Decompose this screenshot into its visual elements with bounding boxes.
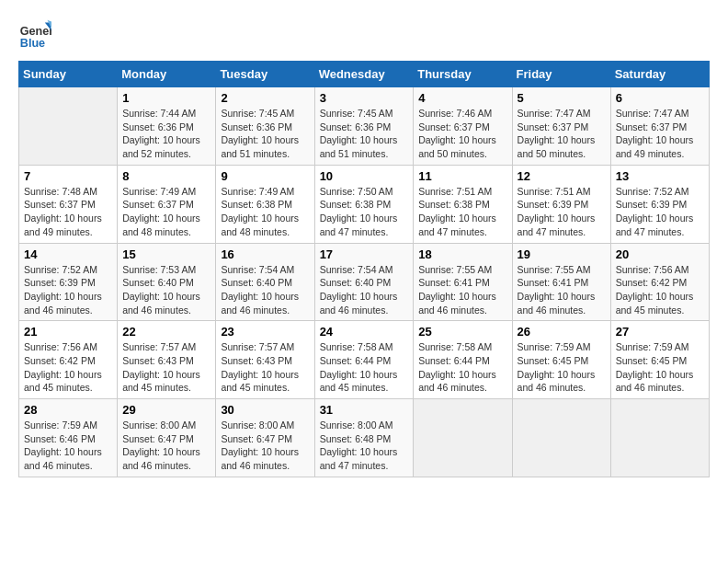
calendar-cell: 6 Sunrise: 7:47 AM Sunset: 6:37 PM Dayli… bbox=[610, 87, 709, 166]
calendar-week-row: 1 Sunrise: 7:44 AM Sunset: 6:36 PM Dayli… bbox=[19, 87, 710, 166]
calendar-cell: 12 Sunrise: 7:51 AM Sunset: 6:39 PM Dayl… bbox=[512, 165, 610, 243]
calendar-cell: 19 Sunrise: 7:55 AM Sunset: 6:41 PM Dayl… bbox=[512, 243, 610, 321]
day-info: Sunrise: 7:54 AM Sunset: 6:40 PM Dayligh… bbox=[221, 263, 309, 317]
day-info: Sunrise: 7:51 AM Sunset: 6:39 PM Dayligh… bbox=[518, 185, 606, 239]
svg-text:Blue: Blue bbox=[20, 37, 45, 50]
day-number: 6 bbox=[616, 91, 704, 105]
day-number: 27 bbox=[616, 325, 704, 339]
day-number: 13 bbox=[616, 169, 704, 183]
day-info: Sunrise: 7:44 AM Sunset: 6:36 PM Dayligh… bbox=[122, 107, 210, 161]
calendar-cell: 2 Sunrise: 7:45 AM Sunset: 6:36 PM Dayli… bbox=[216, 87, 314, 166]
day-info: Sunrise: 7:56 AM Sunset: 6:42 PM Dayligh… bbox=[24, 340, 112, 395]
day-number: 8 bbox=[122, 169, 210, 183]
day-info: Sunrise: 7:46 AM Sunset: 6:37 PM Dayligh… bbox=[418, 107, 506, 161]
day-number: 10 bbox=[320, 169, 409, 183]
calendar-cell: 24 Sunrise: 7:58 AM Sunset: 6:44 PM Dayl… bbox=[314, 321, 414, 399]
calendar-cell: 26 Sunrise: 7:59 AM Sunset: 6:45 PM Dayl… bbox=[512, 321, 610, 399]
day-number: 14 bbox=[24, 247, 112, 261]
day-info: Sunrise: 7:49 AM Sunset: 6:37 PM Dayligh… bbox=[122, 185, 210, 239]
day-info: Sunrise: 7:57 AM Sunset: 6:43 PM Dayligh… bbox=[221, 340, 309, 395]
day-info: Sunrise: 7:53 AM Sunset: 6:40 PM Dayligh… bbox=[122, 263, 210, 317]
calendar-cell bbox=[414, 399, 512, 477]
calendar-cell: 28 Sunrise: 7:59 AM Sunset: 6:46 PM Dayl… bbox=[19, 399, 118, 477]
calendar-cell: 25 Sunrise: 7:58 AM Sunset: 6:44 PM Dayl… bbox=[414, 321, 512, 399]
day-info: Sunrise: 7:56 AM Sunset: 6:42 PM Dayligh… bbox=[616, 263, 704, 317]
weekday-header: Monday bbox=[118, 62, 216, 87]
page-header: General Blue bbox=[18, 18, 710, 52]
day-info: Sunrise: 7:50 AM Sunset: 6:38 PM Dayligh… bbox=[320, 185, 409, 239]
day-number: 5 bbox=[518, 91, 606, 105]
day-number: 12 bbox=[518, 169, 606, 183]
calendar-table: SundayMondayTuesdayWednesdayThursdayFrid… bbox=[18, 61, 710, 477]
weekday-header-row: SundayMondayTuesdayWednesdayThursdayFrid… bbox=[19, 62, 710, 87]
day-info: Sunrise: 7:52 AM Sunset: 6:39 PM Dayligh… bbox=[616, 185, 704, 239]
calendar-cell: 21 Sunrise: 7:56 AM Sunset: 6:42 PM Dayl… bbox=[19, 321, 118, 399]
day-info: Sunrise: 7:52 AM Sunset: 6:39 PM Dayligh… bbox=[24, 263, 112, 317]
calendar-cell: 9 Sunrise: 7:49 AM Sunset: 6:38 PM Dayli… bbox=[216, 165, 314, 243]
day-number: 17 bbox=[320, 247, 409, 261]
day-info: Sunrise: 7:49 AM Sunset: 6:38 PM Dayligh… bbox=[221, 185, 309, 239]
calendar-cell bbox=[610, 399, 709, 477]
day-info: Sunrise: 7:59 AM Sunset: 6:45 PM Dayligh… bbox=[616, 340, 704, 395]
day-info: Sunrise: 7:54 AM Sunset: 6:40 PM Dayligh… bbox=[320, 263, 409, 317]
day-number: 7 bbox=[24, 169, 112, 183]
day-number: 19 bbox=[518, 247, 606, 261]
calendar-cell: 23 Sunrise: 7:57 AM Sunset: 6:43 PM Dayl… bbox=[216, 321, 314, 399]
calendar-cell: 18 Sunrise: 7:55 AM Sunset: 6:41 PM Dayl… bbox=[414, 243, 512, 321]
day-number: 1 bbox=[122, 91, 210, 105]
day-info: Sunrise: 7:55 AM Sunset: 6:41 PM Dayligh… bbox=[518, 263, 606, 317]
calendar-cell bbox=[19, 87, 118, 166]
day-number: 9 bbox=[221, 169, 309, 183]
calendar-cell: 31 Sunrise: 8:00 AM Sunset: 6:48 PM Dayl… bbox=[314, 399, 414, 477]
day-number: 21 bbox=[24, 325, 112, 339]
day-info: Sunrise: 7:45 AM Sunset: 6:36 PM Dayligh… bbox=[320, 107, 409, 161]
calendar-cell: 4 Sunrise: 7:46 AM Sunset: 6:37 PM Dayli… bbox=[414, 87, 512, 166]
calendar-cell: 29 Sunrise: 8:00 AM Sunset: 6:47 PM Dayl… bbox=[118, 399, 216, 477]
weekday-header: Tuesday bbox=[216, 62, 314, 87]
day-info: Sunrise: 7:59 AM Sunset: 6:46 PM Dayligh… bbox=[24, 419, 112, 473]
day-info: Sunrise: 7:58 AM Sunset: 6:44 PM Dayligh… bbox=[320, 340, 409, 395]
day-info: Sunrise: 7:47 AM Sunset: 6:37 PM Dayligh… bbox=[616, 107, 704, 161]
weekday-header: Friday bbox=[512, 62, 610, 87]
day-info: Sunrise: 7:51 AM Sunset: 6:38 PM Dayligh… bbox=[418, 185, 506, 239]
day-info: Sunrise: 8:00 AM Sunset: 6:47 PM Dayligh… bbox=[221, 419, 309, 473]
calendar-cell: 15 Sunrise: 7:53 AM Sunset: 6:40 PM Dayl… bbox=[118, 243, 216, 321]
calendar-week-row: 7 Sunrise: 7:48 AM Sunset: 6:37 PM Dayli… bbox=[19, 165, 710, 243]
day-info: Sunrise: 7:57 AM Sunset: 6:43 PM Dayligh… bbox=[122, 340, 210, 395]
day-number: 26 bbox=[518, 325, 606, 339]
day-number: 4 bbox=[418, 91, 506, 105]
weekday-header: Thursday bbox=[414, 62, 512, 87]
day-info: Sunrise: 8:00 AM Sunset: 6:47 PM Dayligh… bbox=[122, 419, 210, 473]
weekday-header: Sunday bbox=[19, 62, 118, 87]
day-info: Sunrise: 7:45 AM Sunset: 6:36 PM Dayligh… bbox=[221, 107, 309, 161]
day-number: 15 bbox=[122, 247, 210, 261]
calendar-cell: 5 Sunrise: 7:47 AM Sunset: 6:37 PM Dayli… bbox=[512, 87, 610, 166]
day-info: Sunrise: 8:00 AM Sunset: 6:48 PM Dayligh… bbox=[320, 419, 409, 473]
day-number: 20 bbox=[616, 247, 704, 261]
calendar-cell: 1 Sunrise: 7:44 AM Sunset: 6:36 PM Dayli… bbox=[118, 87, 216, 166]
calendar-week-row: 21 Sunrise: 7:56 AM Sunset: 6:42 PM Dayl… bbox=[19, 321, 710, 399]
calendar-cell: 7 Sunrise: 7:48 AM Sunset: 6:37 PM Dayli… bbox=[19, 165, 118, 243]
calendar-cell: 3 Sunrise: 7:45 AM Sunset: 6:36 PM Dayli… bbox=[314, 87, 414, 166]
weekday-header: Wednesday bbox=[314, 62, 414, 87]
day-number: 11 bbox=[418, 169, 506, 183]
day-number: 24 bbox=[320, 325, 409, 339]
calendar-cell: 17 Sunrise: 7:54 AM Sunset: 6:40 PM Dayl… bbox=[314, 243, 414, 321]
day-number: 25 bbox=[418, 325, 506, 339]
calendar-cell: 14 Sunrise: 7:52 AM Sunset: 6:39 PM Dayl… bbox=[19, 243, 118, 321]
calendar-cell: 8 Sunrise: 7:49 AM Sunset: 6:37 PM Dayli… bbox=[118, 165, 216, 243]
calendar-cell: 27 Sunrise: 7:59 AM Sunset: 6:45 PM Dayl… bbox=[610, 321, 709, 399]
calendar-cell: 20 Sunrise: 7:56 AM Sunset: 6:42 PM Dayl… bbox=[610, 243, 709, 321]
day-number: 2 bbox=[221, 91, 309, 105]
day-info: Sunrise: 7:55 AM Sunset: 6:41 PM Dayligh… bbox=[418, 263, 506, 317]
day-info: Sunrise: 7:59 AM Sunset: 6:45 PM Dayligh… bbox=[518, 340, 606, 395]
day-number: 28 bbox=[24, 403, 112, 417]
day-number: 3 bbox=[320, 91, 409, 105]
day-info: Sunrise: 7:47 AM Sunset: 6:37 PM Dayligh… bbox=[518, 107, 606, 161]
logo-icon: General Blue bbox=[18, 18, 51, 52]
calendar-cell: 13 Sunrise: 7:52 AM Sunset: 6:39 PM Dayl… bbox=[610, 165, 709, 243]
calendar-week-row: 14 Sunrise: 7:52 AM Sunset: 6:39 PM Dayl… bbox=[19, 243, 710, 321]
calendar-cell bbox=[512, 399, 610, 477]
day-number: 29 bbox=[122, 403, 210, 417]
calendar-cell: 10 Sunrise: 7:50 AM Sunset: 6:38 PM Dayl… bbox=[314, 165, 414, 243]
